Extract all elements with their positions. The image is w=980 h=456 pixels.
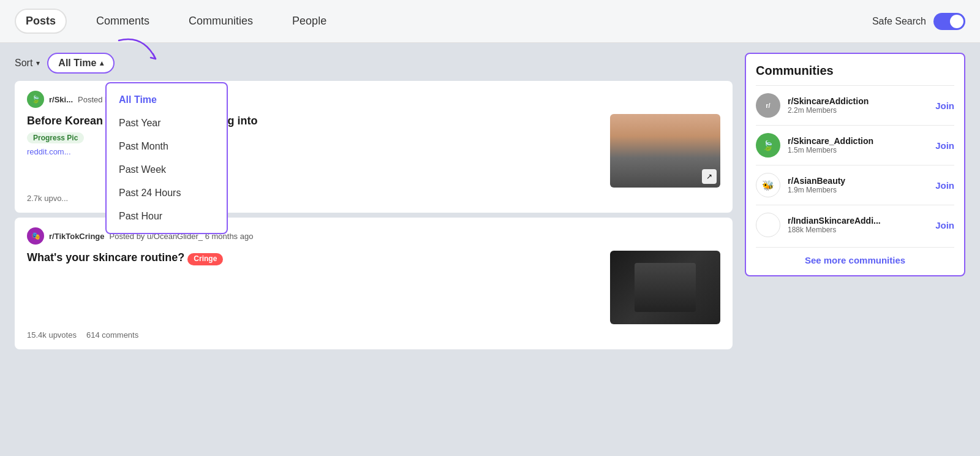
community-members: 1.5m Members xyxy=(788,146,928,154)
time-filter-button[interactable]: All Time ▴ xyxy=(47,53,115,74)
post-tag: Progress Pic xyxy=(27,132,84,143)
post-card: 🎭 r/TikTokCringe Posted by u/OceanGlider… xyxy=(15,218,733,349)
join-button[interactable]: Join xyxy=(935,101,954,111)
time-chevron-icon: ▴ xyxy=(100,59,104,67)
curved-arrow-decoration xyxy=(113,34,162,65)
dropdown-item-past-24-hours[interactable]: Past 24 Hours xyxy=(107,181,227,205)
left-content: Sort ▾ All Time ▴ All Time Past Year Pas… xyxy=(15,53,733,354)
safe-search-toggle[interactable] xyxy=(933,13,965,30)
upvotes-count: 15.4k upvotes xyxy=(27,330,77,340)
dropdown-item-all-time[interactable]: All Time xyxy=(107,88,227,112)
main-layout: Sort ▾ All Time ▴ All Time Past Year Pas… xyxy=(0,43,980,364)
tab-people[interactable]: People xyxy=(282,10,336,32)
post-content-row: What's your skincare routine? Cringe xyxy=(27,251,720,324)
time-filter-label: All Time xyxy=(58,58,96,69)
community-members: 1.9m Members xyxy=(788,186,928,194)
community-item: ⚛ r/IndianSkincareAddi... 188k Members J… xyxy=(756,205,954,245)
post-link[interactable]: reddit.com... xyxy=(27,147,71,156)
dropdown-item-past-hour[interactable]: Past Hour xyxy=(107,205,227,228)
subreddit-icon: 🍃 xyxy=(27,91,44,108)
community-icon: r/ xyxy=(756,93,780,118)
post-footer: 15.4k upvotes 614 comments xyxy=(27,330,720,340)
community-item: 🍃 r/Skincare_Addiction 1.5m Members Join xyxy=(756,125,954,165)
sidebar: Communities r/ r/SkincareAddiction 2.2m … xyxy=(745,53,965,354)
tab-communities[interactable]: Communities xyxy=(179,10,263,32)
community-info: r/AsianBeauty 1.9m Members xyxy=(788,176,928,194)
join-button[interactable]: Join xyxy=(935,180,954,191)
community-name: r/Skincare_Addiction xyxy=(788,136,928,146)
community-info: r/Skincare_Addiction 1.5m Members xyxy=(788,136,928,154)
community-icon: 🐝 xyxy=(756,173,780,197)
sort-bar: Sort ▾ All Time ▴ All Time Past Year Pas… xyxy=(15,53,733,74)
post-title-text: What's your skincare routine? xyxy=(27,251,184,264)
safe-search-area: Safe Search xyxy=(872,13,965,30)
community-info: r/SkincareAddiction 2.2m Members xyxy=(788,96,928,115)
community-icon: 🍃 xyxy=(756,133,780,158)
join-button[interactable]: Join xyxy=(935,140,954,151)
community-item: r/ r/SkincareAddiction 2.2m Members Join xyxy=(756,85,954,125)
communities-title: Communities xyxy=(756,64,954,78)
safe-search-label: Safe Search xyxy=(872,16,926,27)
post-thumbnail: ↗ xyxy=(610,114,720,188)
join-button[interactable]: Join xyxy=(935,220,954,230)
post-title: What's your skincare routine? Cringe xyxy=(27,251,600,268)
sort-chevron-icon: ▾ xyxy=(36,59,40,67)
subreddit-name[interactable]: r/Ski... xyxy=(49,95,73,104)
community-name: r/AsianBeauty xyxy=(788,176,928,186)
community-members: 188k Members xyxy=(788,226,928,234)
sort-label: Sort xyxy=(15,58,32,69)
communities-box: Communities r/ r/SkincareAddiction 2.2m … xyxy=(745,53,965,276)
dropdown-item-past-week[interactable]: Past Week xyxy=(107,158,227,181)
upvotes-count: 2.7k upvo... xyxy=(27,194,68,203)
community-icon: ⚛ xyxy=(756,213,780,237)
subreddit-icon: 🎭 xyxy=(27,227,44,245)
sort-button[interactable]: Sort ▾ xyxy=(15,58,40,69)
see-more-communities-link[interactable]: See more communities xyxy=(756,247,954,265)
post-thumbnail xyxy=(610,251,720,324)
community-name: r/IndianSkincareAddi... xyxy=(788,216,928,226)
post-tag-cringe: Cringe xyxy=(187,253,223,265)
community-members: 2.2m Members xyxy=(788,106,928,115)
community-name: r/SkincareAddiction xyxy=(788,96,928,106)
post-text: What's your skincare routine? Cringe xyxy=(27,251,600,272)
comments-count: 614 comments xyxy=(86,330,138,340)
time-dropdown: All Time Past Year Past Month Past Week … xyxy=(105,82,228,234)
community-info: r/IndianSkincareAddi... 188k Members xyxy=(788,216,928,234)
dropdown-item-past-month[interactable]: Past Month xyxy=(107,135,227,158)
dropdown-item-past-year[interactable]: Past Year xyxy=(107,112,227,135)
tab-comments[interactable]: Comments xyxy=(86,10,159,32)
tab-posts[interactable]: Posts xyxy=(15,9,67,34)
external-link-icon[interactable]: ↗ xyxy=(702,169,717,184)
community-item: 🐝 r/AsianBeauty 1.9m Members Join xyxy=(756,165,954,205)
subreddit-name[interactable]: r/TikTokCringe xyxy=(49,232,105,241)
